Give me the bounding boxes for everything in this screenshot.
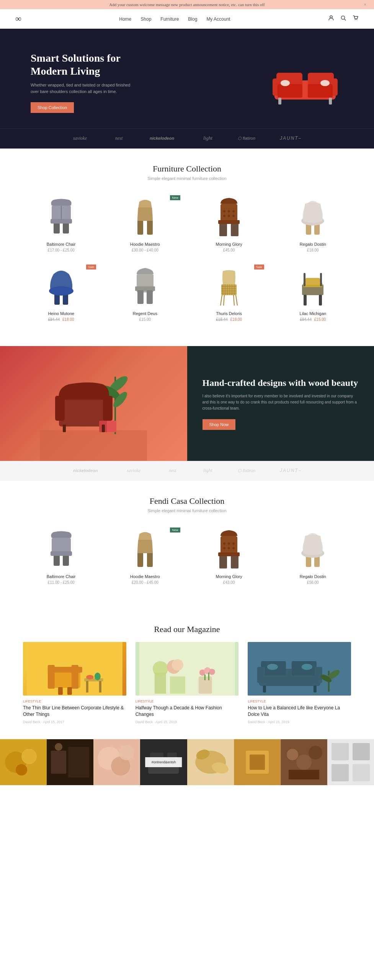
insta-item-6[interactable] [234, 739, 281, 785]
svg-rect-73 [40, 430, 147, 461]
instagram-hashtag: #ontrend&entsh [145, 757, 182, 767]
blog-image-3 [248, 642, 351, 696]
person-icon[interactable] [328, 15, 334, 23]
product-name-thuris: Thuris Deloris [191, 311, 267, 316]
svg-point-172 [296, 755, 312, 770]
svg-point-106 [232, 547, 235, 549]
product-price-morning: £45.00 [191, 248, 267, 252]
nav-account[interactable]: My Account [206, 16, 230, 22]
product-image-regent [107, 261, 183, 311]
svg-point-120 [86, 675, 94, 679]
svg-rect-97 [220, 536, 237, 555]
insta-item-8[interactable] [327, 739, 374, 785]
svg-text:savioke: savioke [127, 468, 141, 473]
product-baltimore-chair[interactable]: Baltimore Chair £17.00 - £25.00 [23, 192, 99, 252]
svg-point-0 [330, 16, 332, 18]
product-thuris-deloris[interactable]: Sale [191, 261, 267, 322]
fendi-products-grid: Baltimore Chair £11.00 - £25.00 New Hood… [23, 524, 351, 585]
furniture-collection-section: Furniture Collection Simple elegant mini… [0, 149, 374, 346]
shop-collection-button[interactable]: Shop Collection [31, 102, 74, 113]
product-hoodie-maestro[interactable]: New Hoodie Maestro £30.00 - £40.00 [107, 192, 183, 252]
header-icons [328, 15, 359, 23]
product-name-hoodie: Hoodie Maestro [107, 242, 183, 247]
svg-point-125 [152, 661, 168, 676]
svg-point-105 [228, 547, 230, 549]
brand-savioke: savioke [73, 135, 96, 142]
svg-rect-116 [67, 687, 72, 695]
insta-item-4[interactable]: #ontrend&entsh [140, 739, 187, 785]
nav-home[interactable]: Home [119, 16, 131, 22]
svg-point-14 [281, 80, 290, 86]
blog-card-3[interactable]: Lifestyle How to Live a Balanced Life li… [248, 642, 351, 724]
nav-shop[interactable]: Shop [140, 16, 151, 22]
svg-rect-114 [72, 665, 78, 689]
product-price-regalo: £18.00 [275, 248, 351, 252]
product-price-baltimore: £17.00 - £25.00 [23, 248, 99, 252]
svg-rect-72 [320, 273, 322, 286]
svg-rect-139 [315, 667, 322, 683]
insta-item-7[interactable] [281, 739, 327, 785]
svg-rect-71 [304, 273, 305, 286]
blog-category-3: Lifestyle [248, 699, 351, 703]
svg-text:nickelodeon: nickelodeon [73, 468, 98, 473]
product-morning-glory[interactable]: Morning Glory £45.00 [191, 192, 267, 252]
product-lilac-michigan[interactable]: Lilac Michigan £84.44 £15.00 [275, 261, 351, 322]
fendi-product-regalo[interactable]: Regalo Dostin £56.00 [275, 524, 351, 585]
search-icon[interactable] [340, 15, 346, 23]
announcement-close[interactable]: × [364, 2, 366, 8]
product-name-lilac: Lilac Michigan [275, 311, 351, 316]
svg-rect-32 [218, 220, 240, 224]
brand-flatiron-light: ⬡ flatiron [238, 467, 261, 475]
product-name-regalo: Regalo Dostin [275, 242, 351, 247]
fendi-product-morning[interactable]: Morning Glory £43.00 [191, 524, 267, 585]
product-image-heino: Sale [23, 261, 99, 311]
svg-rect-176 [332, 743, 349, 760]
fendi-product-image-baltimore [23, 524, 99, 574]
insta-item-1[interactable] [0, 739, 47, 785]
svg-point-121 [95, 673, 101, 680]
nav-blog[interactable]: Blog [188, 16, 197, 22]
product-name-regent: Regent Deus [107, 311, 183, 316]
svg-text:light: light [203, 467, 212, 473]
announcement-text: Add your custom welcome message new prod… [109, 2, 265, 7]
logo[interactable]: ∞ [15, 14, 21, 24]
svg-rect-28 [147, 220, 153, 235]
insta-item-3[interactable] [93, 739, 140, 785]
svg-text:⬡ flatiron: ⬡ flatiron [238, 136, 255, 140]
fendi-product-hoodie[interactable]: New Hoodie Maestro £20.00 - £45.00 [107, 524, 183, 585]
insta-item-2[interactable] [47, 739, 93, 785]
products-grid-row1: Baltimore Chair £17.00 - £25.00 New Hood… [23, 192, 351, 252]
magazine-title: Read our Magazine [23, 624, 351, 634]
svg-rect-91 [52, 538, 71, 553]
product-regalo-dostin[interactable]: Regalo Dostin £18.00 [275, 192, 351, 252]
blog-image-1 [23, 642, 126, 696]
footer-space [0, 785, 374, 808]
furniture-collection-title: Furniture Collection [23, 164, 351, 174]
fendi-product-image-hoodie: New [107, 524, 183, 574]
announcement-bar: Add your custom welcome message new prod… [0, 0, 374, 9]
blog-title-2: Halfway Though a Decade & How Fashion Ch… [136, 705, 239, 718]
svg-text:nest: nest [169, 468, 176, 473]
fendi-product-price-hoodie: £20.00 - £45.00 [107, 580, 183, 585]
cart-icon[interactable] [353, 15, 359, 23]
blog-card-2[interactable]: Lifestyle Halfway Though a Decade & How … [136, 642, 239, 724]
nav-furniture[interactable]: Furniture [160, 16, 179, 22]
fendi-product-baltimore[interactable]: Baltimore Chair £11.00 - £25.00 [23, 524, 99, 585]
brand-nest: nest [115, 135, 131, 142]
product-regent-deus[interactable]: Regent Deus £15.00 [107, 261, 183, 322]
fendi-product-image-regalo [275, 524, 351, 574]
blog-card-1[interactable]: Lifestyle The Thin Blur Line Between Cor… [23, 642, 126, 724]
blog-meta-1: David Beck · April 15, 2017 [23, 720, 126, 724]
svg-text:nest: nest [115, 136, 123, 141]
mid-banner-content: Hand-crafted designs with wood beauty I … [187, 346, 374, 461]
product-heino-mutone[interactable]: Sale Heino Mutone £84.44 £18.00 [23, 261, 99, 322]
mid-banner-image [0, 346, 187, 461]
svg-rect-132 [204, 675, 205, 680]
price-old-heino: £84.44 [48, 317, 60, 322]
svg-rect-119 [99, 681, 101, 693]
shop-now-button[interactable]: Shop Now [203, 419, 236, 430]
brand-nickelodeon: nickelodeon [150, 135, 184, 142]
svg-point-149 [21, 749, 37, 764]
insta-item-5[interactable] [187, 739, 234, 785]
brand-jaunt-dark: JAUNT— [280, 135, 301, 142]
